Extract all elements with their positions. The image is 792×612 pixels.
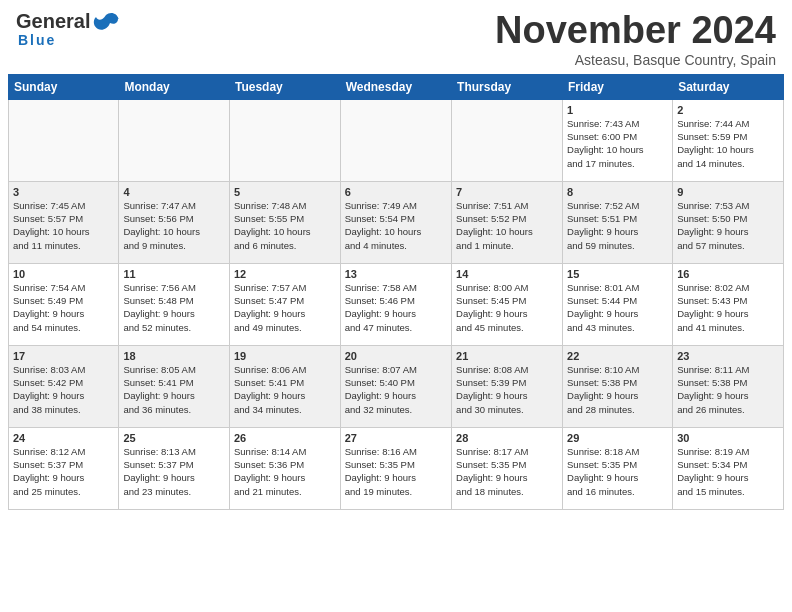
day-number: 14: [456, 268, 558, 280]
day-info: Sunrise: 8:11 AM Sunset: 5:38 PM Dayligh…: [677, 364, 749, 415]
day-number: 20: [345, 350, 447, 362]
day-number: 21: [456, 350, 558, 362]
day-number: 9: [677, 186, 779, 198]
day-info: Sunrise: 7:58 AM Sunset: 5:46 PM Dayligh…: [345, 282, 417, 333]
calendar-week-row: 17Sunrise: 8:03 AM Sunset: 5:42 PM Dayli…: [9, 345, 784, 427]
day-info: Sunrise: 7:44 AM Sunset: 5:59 PM Dayligh…: [677, 118, 754, 169]
calendar-day-cell: 1Sunrise: 7:43 AM Sunset: 6:00 PM Daylig…: [563, 99, 673, 181]
calendar-day-cell: 2Sunrise: 7:44 AM Sunset: 5:59 PM Daylig…: [673, 99, 784, 181]
day-info: Sunrise: 7:53 AM Sunset: 5:50 PM Dayligh…: [677, 200, 749, 251]
location: Asteasu, Basque Country, Spain: [495, 52, 776, 68]
calendar-day-cell: 4Sunrise: 7:47 AM Sunset: 5:56 PM Daylig…: [119, 181, 230, 263]
day-info: Sunrise: 7:48 AM Sunset: 5:55 PM Dayligh…: [234, 200, 311, 251]
calendar-day-cell: [452, 99, 563, 181]
logo-bird-icon: [92, 11, 120, 33]
calendar-day-cell: 8Sunrise: 7:52 AM Sunset: 5:51 PM Daylig…: [563, 181, 673, 263]
calendar-wrapper: Sunday Monday Tuesday Wednesday Thursday…: [0, 74, 792, 514]
header: General Blue November 2024 Asteasu, Basq…: [0, 0, 792, 74]
calendar-day-cell: 9Sunrise: 7:53 AM Sunset: 5:50 PM Daylig…: [673, 181, 784, 263]
day-number: 5: [234, 186, 336, 198]
day-number: 22: [567, 350, 668, 362]
day-info: Sunrise: 7:45 AM Sunset: 5:57 PM Dayligh…: [13, 200, 90, 251]
logo-line: General: [16, 10, 120, 33]
col-tuesday: Tuesday: [230, 74, 341, 99]
calendar-day-cell: 25Sunrise: 8:13 AM Sunset: 5:37 PM Dayli…: [119, 427, 230, 509]
calendar-day-cell: 15Sunrise: 8:01 AM Sunset: 5:44 PM Dayli…: [563, 263, 673, 345]
day-info: Sunrise: 8:16 AM Sunset: 5:35 PM Dayligh…: [345, 446, 417, 497]
calendar-day-cell: 6Sunrise: 7:49 AM Sunset: 5:54 PM Daylig…: [340, 181, 451, 263]
calendar-day-cell: [230, 99, 341, 181]
day-info: Sunrise: 8:05 AM Sunset: 5:41 PM Dayligh…: [123, 364, 195, 415]
day-info: Sunrise: 8:12 AM Sunset: 5:37 PM Dayligh…: [13, 446, 85, 497]
day-number: 16: [677, 268, 779, 280]
calendar-week-row: 10Sunrise: 7:54 AM Sunset: 5:49 PM Dayli…: [9, 263, 784, 345]
day-number: 8: [567, 186, 668, 198]
calendar-day-cell: 26Sunrise: 8:14 AM Sunset: 5:36 PM Dayli…: [230, 427, 341, 509]
calendar-day-cell: 16Sunrise: 8:02 AM Sunset: 5:43 PM Dayli…: [673, 263, 784, 345]
calendar-day-cell: 23Sunrise: 8:11 AM Sunset: 5:38 PM Dayli…: [673, 345, 784, 427]
day-info: Sunrise: 7:56 AM Sunset: 5:48 PM Dayligh…: [123, 282, 195, 333]
month-title: November 2024: [495, 10, 776, 52]
col-sunday: Sunday: [9, 74, 119, 99]
calendar-day-cell: 20Sunrise: 8:07 AM Sunset: 5:40 PM Dayli…: [340, 345, 451, 427]
logo-blue-text: Blue: [18, 32, 56, 48]
day-info: Sunrise: 7:49 AM Sunset: 5:54 PM Dayligh…: [345, 200, 422, 251]
title-block: November 2024 Asteasu, Basque Country, S…: [495, 10, 776, 68]
day-number: 27: [345, 432, 447, 444]
day-number: 6: [345, 186, 447, 198]
day-info: Sunrise: 8:07 AM Sunset: 5:40 PM Dayligh…: [345, 364, 417, 415]
day-info: Sunrise: 7:57 AM Sunset: 5:47 PM Dayligh…: [234, 282, 306, 333]
day-info: Sunrise: 7:47 AM Sunset: 5:56 PM Dayligh…: [123, 200, 200, 251]
calendar-day-cell: 10Sunrise: 7:54 AM Sunset: 5:49 PM Dayli…: [9, 263, 119, 345]
day-number: 15: [567, 268, 668, 280]
day-info: Sunrise: 8:10 AM Sunset: 5:38 PM Dayligh…: [567, 364, 639, 415]
day-number: 12: [234, 268, 336, 280]
calendar-day-cell: 7Sunrise: 7:51 AM Sunset: 5:52 PM Daylig…: [452, 181, 563, 263]
day-number: 11: [123, 268, 225, 280]
calendar-day-cell: 21Sunrise: 8:08 AM Sunset: 5:39 PM Dayli…: [452, 345, 563, 427]
logo-blue-line: Blue: [18, 31, 56, 49]
day-number: 13: [345, 268, 447, 280]
col-thursday: Thursday: [452, 74, 563, 99]
day-info: Sunrise: 8:00 AM Sunset: 5:45 PM Dayligh…: [456, 282, 528, 333]
calendar-day-cell: 14Sunrise: 8:00 AM Sunset: 5:45 PM Dayli…: [452, 263, 563, 345]
day-number: 4: [123, 186, 225, 198]
day-info: Sunrise: 8:03 AM Sunset: 5:42 PM Dayligh…: [13, 364, 85, 415]
calendar-day-cell: [340, 99, 451, 181]
day-number: 30: [677, 432, 779, 444]
day-info: Sunrise: 7:43 AM Sunset: 6:00 PM Dayligh…: [567, 118, 644, 169]
calendar-day-cell: 18Sunrise: 8:05 AM Sunset: 5:41 PM Dayli…: [119, 345, 230, 427]
calendar-day-cell: 29Sunrise: 8:18 AM Sunset: 5:35 PM Dayli…: [563, 427, 673, 509]
day-info: Sunrise: 7:51 AM Sunset: 5:52 PM Dayligh…: [456, 200, 533, 251]
day-info: Sunrise: 8:13 AM Sunset: 5:37 PM Dayligh…: [123, 446, 195, 497]
day-info: Sunrise: 8:17 AM Sunset: 5:35 PM Dayligh…: [456, 446, 528, 497]
day-number: 2: [677, 104, 779, 116]
day-number: 26: [234, 432, 336, 444]
calendar-header-row: Sunday Monday Tuesday Wednesday Thursday…: [9, 74, 784, 99]
day-number: 7: [456, 186, 558, 198]
calendar-day-cell: 30Sunrise: 8:19 AM Sunset: 5:34 PM Dayli…: [673, 427, 784, 509]
calendar-day-cell: 11Sunrise: 7:56 AM Sunset: 5:48 PM Dayli…: [119, 263, 230, 345]
day-number: 19: [234, 350, 336, 362]
day-number: 1: [567, 104, 668, 116]
calendar-week-row: 1Sunrise: 7:43 AM Sunset: 6:00 PM Daylig…: [9, 99, 784, 181]
calendar-week-row: 24Sunrise: 8:12 AM Sunset: 5:37 PM Dayli…: [9, 427, 784, 509]
col-monday: Monday: [119, 74, 230, 99]
col-friday: Friday: [563, 74, 673, 99]
calendar-day-cell: 13Sunrise: 7:58 AM Sunset: 5:46 PM Dayli…: [340, 263, 451, 345]
calendar-day-cell: 17Sunrise: 8:03 AM Sunset: 5:42 PM Dayli…: [9, 345, 119, 427]
calendar-day-cell: 19Sunrise: 8:06 AM Sunset: 5:41 PM Dayli…: [230, 345, 341, 427]
day-info: Sunrise: 8:18 AM Sunset: 5:35 PM Dayligh…: [567, 446, 639, 497]
calendar-week-row: 3Sunrise: 7:45 AM Sunset: 5:57 PM Daylig…: [9, 181, 784, 263]
day-info: Sunrise: 7:54 AM Sunset: 5:49 PM Dayligh…: [13, 282, 85, 333]
calendar-day-cell: [119, 99, 230, 181]
calendar-day-cell: [9, 99, 119, 181]
calendar-day-cell: 27Sunrise: 8:16 AM Sunset: 5:35 PM Dayli…: [340, 427, 451, 509]
day-number: 3: [13, 186, 114, 198]
day-number: 17: [13, 350, 114, 362]
logo-general: General: [16, 10, 90, 33]
calendar-day-cell: 12Sunrise: 7:57 AM Sunset: 5:47 PM Dayli…: [230, 263, 341, 345]
day-info: Sunrise: 8:01 AM Sunset: 5:44 PM Dayligh…: [567, 282, 639, 333]
calendar-day-cell: 28Sunrise: 8:17 AM Sunset: 5:35 PM Dayli…: [452, 427, 563, 509]
day-number: 28: [456, 432, 558, 444]
